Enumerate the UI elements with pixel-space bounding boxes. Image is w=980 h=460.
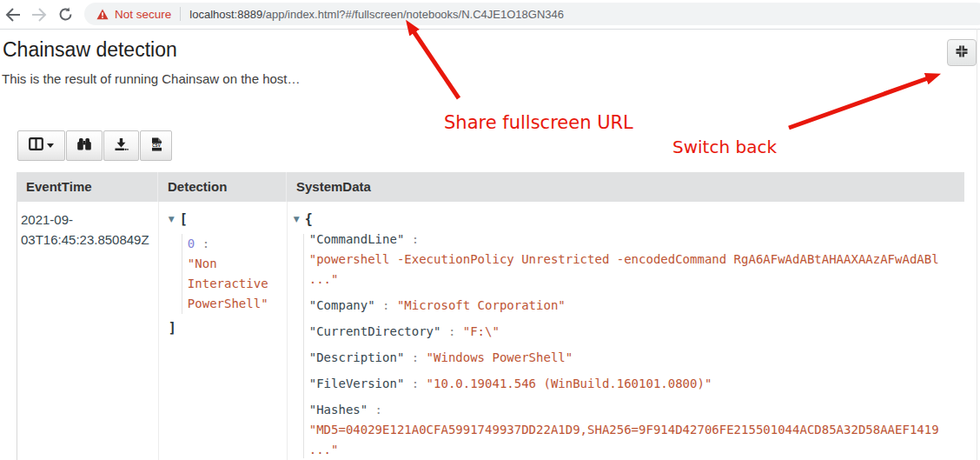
collapse-caret-icon[interactable]: ▼ xyxy=(294,210,300,230)
download-button[interactable] xyxy=(103,130,139,161)
cell-eventtime: 2021-09-03T16:45:23.850849Z xyxy=(17,202,159,460)
page-edge-divider xyxy=(977,29,977,460)
column-header-detection[interactable]: Detection xyxy=(158,172,287,202)
cell-detection: ▼[ 0 : "NonInteractivePowerShell" ] xyxy=(159,202,288,460)
download-icon xyxy=(114,137,129,155)
column-header-systemdata[interactable]: SystemData xyxy=(287,172,964,202)
json-value-line: ..." xyxy=(309,270,964,290)
datatable-toolbar: CSV xyxy=(17,130,172,161)
json-colon: : xyxy=(404,377,426,390)
address-divider xyxy=(180,7,181,21)
json-key-line: "CommandLine" : xyxy=(309,230,964,250)
tree-guide-line xyxy=(303,234,304,458)
json-open-brace: { xyxy=(305,211,313,227)
columns-icon xyxy=(29,137,43,154)
arrow-to-switch-back xyxy=(789,78,928,128)
json-colon: : xyxy=(440,324,462,338)
page-title: Chainsaw detection xyxy=(3,38,177,62)
json-colon: : xyxy=(375,298,397,312)
arrow-to-url xyxy=(414,31,459,98)
address-bar[interactable]: Not secure localhost:8889/app/index.html… xyxy=(84,3,980,25)
url-domain: localhost:8889 xyxy=(189,8,262,21)
cell-systemdata: ▼{ "CommandLine" : "powershell -Executio… xyxy=(288,202,964,460)
results-table: EventTime Detection SystemData 2021-09-0… xyxy=(17,172,964,460)
tree-guide-line xyxy=(182,234,182,314)
json-array-item: 0 : xyxy=(188,234,287,254)
column-visibility-button[interactable] xyxy=(17,130,65,161)
json-value-line: ..." xyxy=(309,440,964,460)
json-key-line: "Company" : "Microsoft Corporation" xyxy=(309,296,964,316)
json-key-line: "Description" : "Windows PowerShell" xyxy=(309,348,964,368)
not-secure-label: Not secure xyxy=(115,8,171,21)
event-time-line: 03T16:45:23.850849Z xyxy=(21,230,155,250)
json-string-value: "NonInteractivePowerShell" xyxy=(188,254,287,314)
back-icon[interactable] xyxy=(0,3,26,27)
json-key: "CommandLine" xyxy=(309,232,405,246)
page-subtitle: This is the result of running Chainsaw o… xyxy=(2,71,301,86)
svg-text:CSV: CSV xyxy=(152,143,161,147)
json-key-line: "FileVersion" : "10.0.19041.546 (WinBuil… xyxy=(309,374,964,394)
exit-fullscreen-button[interactable] xyxy=(947,39,977,66)
compress-icon xyxy=(955,44,969,62)
url-text[interactable]: localhost:8889/app/index.html?#/fullscre… xyxy=(189,8,564,21)
json-entry: "Description" : "Windows PowerShell" xyxy=(309,348,964,368)
json-colon: : xyxy=(404,350,426,364)
systemdata-entries: "CommandLine" : "powershell -ExecutionPo… xyxy=(309,230,964,460)
json-value-line: "MD5=04029E121A0CFA5991749937DD22A1D9,SH… xyxy=(309,420,964,440)
event-time-value: 2021-09-03T16:45:23.850849Z xyxy=(21,210,155,250)
forward-icon[interactable] xyxy=(26,3,52,27)
dropdown-caret-icon xyxy=(47,143,54,148)
json-value: "F:\" xyxy=(463,324,500,338)
json-colon: : xyxy=(404,232,426,246)
json-entry: "Hashes" : "MD5=04029E121A0CFA5991749937… xyxy=(309,400,964,460)
table-header: EventTime Detection SystemData xyxy=(17,172,964,202)
json-key-line: "CurrentDirectory" : "F:\" xyxy=(309,322,964,342)
search-button[interactable] xyxy=(66,130,103,161)
collapse-caret-icon[interactable]: ▼ xyxy=(169,210,175,230)
json-entry: "Company" : "Microsoft Corporation" xyxy=(309,296,964,316)
csv-file-icon: CSV xyxy=(150,137,162,155)
json-close-bracket: ] xyxy=(169,318,287,338)
json-colon: : xyxy=(368,403,389,417)
json-key-line: "Hashes" : xyxy=(309,400,964,420)
event-time-line: 2021-09- xyxy=(21,210,155,230)
json-value-line: "Non xyxy=(188,254,287,274)
json-key: "CurrentDirectory" xyxy=(309,324,441,338)
json-value: "10.0.19041.546 (WinBuild.160101.0800)" xyxy=(427,377,712,390)
json-value-line: PowerShell" xyxy=(188,294,287,314)
not-secure-warning-icon[interactable] xyxy=(96,9,109,20)
binoculars-icon xyxy=(76,137,92,155)
json-key: "Hashes" xyxy=(309,403,368,417)
json-entry: "CommandLine" : "powershell -ExecutionPo… xyxy=(309,230,964,290)
json-key: "FileVersion" xyxy=(309,377,405,390)
annotation-share-fullscreen: Share fullscreen URL xyxy=(444,112,633,133)
table-row: 2021-09-03T16:45:23.850849Z ▼[ 0 : "NonI… xyxy=(17,202,964,460)
annotation-switch-back: Switch back xyxy=(672,137,777,157)
json-open-bracket: [ xyxy=(180,211,188,227)
json-entry: "FileVersion" : "10.0.19041.546 (WinBuil… xyxy=(309,374,964,394)
column-header-eventtime[interactable]: EventTime xyxy=(17,172,158,202)
json-key: "Description" xyxy=(309,350,405,364)
json-value: "Windows PowerShell" xyxy=(427,350,573,364)
systemdata-json-tree: ▼{ "CommandLine" : "powershell -Executio… xyxy=(294,210,964,460)
browser-toolbar: Not secure localhost:8889/app/index.html… xyxy=(0,0,980,30)
reload-icon[interactable] xyxy=(52,3,78,27)
json-value-line: "powershell -ExecutionPolicy Unrestricte… xyxy=(309,250,964,270)
json-key: "Company" xyxy=(309,298,375,312)
json-entry: "CurrentDirectory" : "F:\" xyxy=(309,322,964,342)
detection-json-tree: ▼[ 0 : "NonInteractivePowerShell" ] xyxy=(169,210,287,338)
url-path: /app/index.html?#/fullscreen/notebooks/N… xyxy=(262,8,564,21)
json-value: "Microsoft Corporation" xyxy=(397,298,566,312)
export-csv-button[interactable]: CSV xyxy=(140,130,172,161)
json-value-line: Interactive xyxy=(188,274,287,294)
